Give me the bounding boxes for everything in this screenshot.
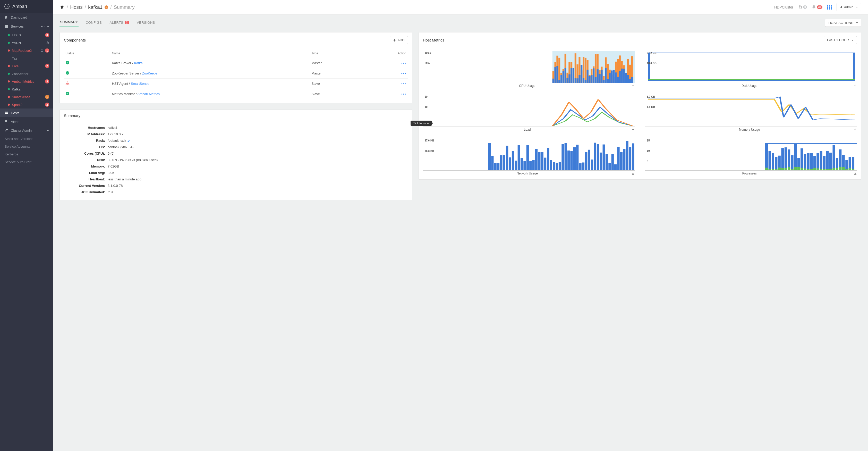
metric-network-usage[interactable]: 97.6 KB48.8 KBNetwork Usage (423, 137, 635, 175)
metric-cpu-usage[interactable]: 100%50%CPU Usage (423, 50, 635, 88)
row-actions-icon[interactable]: ••• (401, 82, 406, 86)
services-more-icon[interactable]: ⋯ (41, 24, 45, 29)
svg-rect-137 (606, 154, 608, 170)
sidebar-service-kafka[interactable]: Kafka (0, 85, 53, 93)
breadcrumb-hosts[interactable]: Hosts (70, 4, 83, 10)
bell-icon (812, 5, 816, 9)
download-icon[interactable] (631, 84, 634, 87)
sidebar-service-smartsense[interactable]: SmartSense1 (0, 93, 53, 101)
sidebar-service-spark2[interactable]: Spark22 (0, 101, 53, 109)
svg-rect-103 (506, 146, 508, 170)
time-range-button[interactable]: LAST 1 HOUR (824, 36, 857, 44)
sidebar-service-hdfs[interactable]: HDFS3 (0, 31, 53, 39)
tab-alerts[interactable]: ALERTS2 (109, 18, 129, 27)
metric-memory-usage[interactable]: 3.7 GB1.8 GBMemory Usage (645, 93, 857, 131)
svg-rect-129 (582, 162, 584, 170)
svg-rect-152 (772, 153, 774, 170)
sidebar-service-yarn[interactable]: YARN (0, 39, 53, 47)
svg-rect-1 (5, 25, 8, 26)
sidebar-service-ambari-metrics[interactable]: Ambari Metrics3 (0, 78, 53, 85)
nav-services[interactable]: Services ⋯ (0, 22, 53, 31)
tab-configs[interactable]: CONFIGS (85, 18, 102, 27)
svg-rect-145 (629, 147, 631, 170)
refresh-icon[interactable] (40, 49, 43, 52)
summary-row: Rack:/default-rack (64, 138, 408, 144)
sidebar-service-mapreduce2[interactable]: MapReduce21 (0, 47, 53, 54)
ops-button[interactable]: 0 (798, 5, 807, 9)
nav-cluster-admin[interactable]: Cluster Admin (0, 126, 53, 135)
brand[interactable]: Ambari (0, 0, 53, 13)
summary-row: Memory:7.62GB (64, 163, 408, 170)
row-actions-icon[interactable]: ••• (401, 71, 406, 75)
download-icon[interactable] (631, 172, 634, 175)
svg-rect-204 (849, 168, 851, 170)
components-title: Components (64, 38, 86, 42)
download-icon[interactable] (854, 172, 857, 175)
svg-rect-205 (852, 169, 854, 170)
nav-alerts[interactable]: Alerts (0, 117, 53, 126)
metric-disk-usage[interactable]: 37.2 GB18.6 GBDisk Usage (645, 50, 857, 88)
alerts-button[interactable]: 30 (812, 5, 822, 9)
svg-rect-194 (817, 169, 819, 170)
svg-rect-99 (494, 163, 496, 170)
service-link[interactable]: SmartSense (131, 82, 149, 86)
svg-rect-57 (562, 71, 564, 83)
check-circle-icon (65, 71, 69, 75)
admin-item-kerberos[interactable]: Kerberos (0, 150, 53, 158)
sidebar-service-hive[interactable]: Hive2 (0, 62, 53, 70)
status-dot-icon (8, 42, 10, 44)
row-actions-icon[interactable]: ••• (401, 61, 406, 65)
svg-rect-146 (632, 143, 634, 170)
table-row: Metrics Monitor / Ambari MetricsSlave••• (64, 89, 408, 99)
metric-load[interactable]: 2010Load (423, 93, 635, 131)
svg-rect-74 (596, 69, 598, 83)
service-link[interactable]: ZooKeeper (142, 71, 158, 75)
edit-icon[interactable] (127, 140, 130, 143)
svg-rect-175 (845, 160, 848, 170)
service-link[interactable]: Kafka (134, 61, 143, 65)
svg-rect-121 (559, 162, 561, 170)
summary-row: IP Address:172.19.0.7 (64, 131, 408, 138)
download-icon[interactable] (631, 128, 634, 131)
summary-row: JCE Unlimited:true (64, 189, 408, 196)
nav-hosts[interactable]: Hosts (0, 109, 53, 117)
user-menu[interactable]: admin (837, 3, 861, 11)
chevron-down-icon[interactable] (46, 129, 49, 132)
home-icon[interactable] (60, 5, 65, 10)
download-icon[interactable] (854, 128, 857, 131)
service-link[interactable]: Ambari Metrics (137, 92, 160, 96)
nav-dashboard[interactable]: Dashboard (0, 13, 53, 22)
cluster-name[interactable]: HDPCluster (774, 5, 793, 9)
host-actions-button[interactable]: HOST ACTIONS (825, 19, 861, 27)
svg-rect-69 (587, 69, 588, 83)
svg-rect-188 (798, 167, 800, 170)
tab-versions[interactable]: VERSIONS (136, 18, 156, 27)
svg-rect-151 (769, 151, 771, 170)
add-component-button[interactable]: ADD (390, 36, 408, 44)
svg-rect-108 (521, 158, 523, 170)
svg-rect-62 (572, 68, 575, 83)
svg-rect-78 (605, 68, 607, 83)
svg-rect-153 (775, 157, 778, 170)
admin-item-stack-and-versions[interactable]: Stack and Versions (0, 135, 53, 143)
svg-rect-81 (611, 70, 613, 83)
sidebar-service-tez[interactable]: Tez (0, 54, 53, 62)
chart-svg (424, 138, 635, 170)
admin-item-service-accounts[interactable]: Service Accounts (0, 143, 53, 150)
svg-rect-114 (538, 152, 540, 170)
svg-rect-130 (585, 152, 587, 170)
summary-row: Cores (CPU):6 (6) (64, 150, 408, 157)
svg-rect-63 (575, 78, 576, 83)
refresh-icon[interactable] (46, 41, 49, 44)
metric-processes[interactable]: 15105Processes (645, 137, 857, 175)
tab-summary[interactable]: SUMMARY (60, 18, 79, 27)
chevron-down-icon[interactable] (46, 25, 49, 28)
metrics-panel: Host Metrics LAST 1 HOUR 100%50%CPU Usag… (418, 32, 861, 180)
svg-rect-61 (570, 68, 572, 83)
sidebar-service-zookeeper[interactable]: ZooKeeper (0, 70, 53, 78)
download-icon[interactable] (854, 84, 857, 87)
apps-button[interactable] (827, 5, 832, 9)
row-actions-icon[interactable]: ••• (401, 92, 406, 96)
admin-item-service-auto-start[interactable]: Service Auto Start (0, 158, 53, 166)
svg-rect-52 (552, 79, 554, 83)
